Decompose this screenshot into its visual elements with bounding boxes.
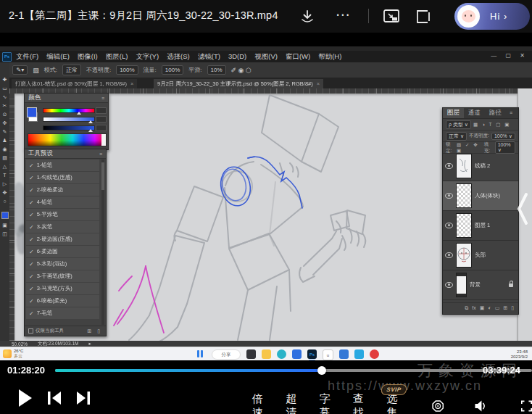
progress-bar[interactable] (55, 369, 532, 372)
tool-preset-item[interactable]: ✓ 6-喷枪(柔光) (26, 295, 99, 307)
color-spectrum-ramp[interactable] (28, 133, 107, 146)
tool-preset-item[interactable]: ✓ 3-炭笔 (26, 221, 99, 233)
ps-menu-item[interactable]: 编辑(E) (46, 52, 70, 62)
panel-menu-icon[interactable]: ≡ (99, 152, 102, 157)
flow-select[interactable]: 100% (162, 65, 183, 75)
play-button[interactable] (17, 389, 33, 407)
taskbar-app-icon[interactable] (339, 349, 349, 359)
tool-icon[interactable]: ∿ (3, 94, 7, 99)
tool-preset-item[interactable]: ✓ 7-毛笔 (26, 307, 99, 319)
ps-menu-item[interactable]: 滤镜(T) (198, 52, 220, 62)
tool-icon[interactable]: ◉ (2, 146, 7, 152)
doc-tab-1[interactable]: 打磨人体01-蜡笔.psd @ 50%(图层 1, RGB/8#) × (12, 79, 137, 88)
layer-thumbnail[interactable] (456, 243, 472, 268)
weather-widget[interactable]: 26°C 多云 (3, 349, 23, 359)
ps-menu-item[interactable]: 选择(S) (167, 52, 190, 62)
tool-icon[interactable]: T (3, 173, 6, 178)
hue-slider[interactable] (43, 108, 95, 113)
panel-toggle-icon[interactable]: ▨ (33, 67, 39, 74)
taskbar-app-icon[interactable]: u (323, 349, 333, 360)
tool-icon[interactable]: △ (3, 164, 7, 169)
blend-mode-select[interactable]: 正常 ∨ (446, 132, 467, 141)
brightness-slider[interactable] (43, 125, 95, 131)
next-episode-button[interactable] (75, 392, 90, 405)
layer-visibility-eye-icon[interactable] (445, 252, 453, 258)
tool-icon[interactable]: ▨ (2, 155, 7, 160)
layers-footer-icon[interactable]: ⧉ (465, 305, 468, 311)
tool-preset-item[interactable]: ✓ 6-柔边圆 (26, 246, 99, 257)
layer-thumbnail[interactable] (456, 213, 472, 238)
status-arrow-icon[interactable]: ▸ (88, 341, 91, 347)
layer-visibility-eye-icon[interactable] (445, 163, 453, 169)
panel-menu-icon[interactable]: ≡ (510, 110, 512, 115)
layers-panel-tab[interactable]: 通道 (464, 108, 485, 118)
subtitle-button[interactable]: 字幕 (320, 392, 336, 414)
layer-row[interactable]: 图层 1 (443, 211, 518, 241)
layers-footer-icon[interactable]: ⊞ (503, 305, 507, 311)
taskbar-app-icon[interactable] (262, 349, 271, 359)
layer-row[interactable]: 人体(体块) (443, 181, 518, 211)
tool-icon[interactable]: ✥ (3, 190, 7, 195)
layer-visibility-eye-icon[interactable] (445, 193, 453, 199)
taskbar-app-icon[interactable] (277, 349, 286, 359)
opacity-select[interactable]: 100% (116, 65, 138, 75)
progress-thumb[interactable] (317, 366, 326, 375)
layer-thumbnail[interactable] (456, 154, 472, 178)
tool-icon[interactable]: ⊙ (3, 112, 7, 117)
tool-icon[interactable]: ✜ (3, 120, 7, 125)
account-button[interactable]: Hi › (454, 3, 530, 30)
tool-preset-item[interactable]: ✓ 5-平涂笔 (26, 209, 99, 220)
foreground-color-swatch[interactable] (27, 107, 37, 117)
tool-preset-item[interactable]: ✓ 2-硬边圆(压感) (26, 233, 99, 245)
tool-icon[interactable]: ▷ (3, 181, 7, 186)
current-tool-only-checkbox[interactable] (28, 328, 33, 334)
episodes-button[interactable]: 选集 (386, 392, 402, 414)
brush-picker[interactable]: ✎▾ (12, 65, 28, 75)
window-buttons[interactable]: — ▢ ✕ (491, 52, 528, 59)
mini-window-icon[interactable] (415, 8, 432, 25)
mode-select[interactable]: 正常 (62, 65, 81, 75)
smooth-select[interactable]: 10% (207, 65, 226, 75)
tool-icon[interactable]: ✂ (3, 103, 7, 108)
layers-footer-icon[interactable]: ▭ (495, 305, 500, 311)
brightness-value-box[interactable] (96, 125, 107, 131)
presets-footer-icons[interactable]: ⊞ ▯ (87, 328, 102, 334)
volume-icon[interactable] (474, 397, 487, 414)
taskbar-app-icon[interactable]: Ps (307, 349, 317, 359)
playlist-collapse-chevron[interactable] (515, 189, 532, 229)
download-icon[interactable] (300, 9, 315, 24)
saturation-value-box[interactable] (96, 116, 107, 123)
tool-preset-item[interactable]: ✓ 4-铅笔 (26, 196, 99, 208)
options-right-icons[interactable]: ✐ ◉ ⬡ (231, 67, 252, 74)
foreground-color-swatch[interactable] (1, 212, 9, 219)
panel-menu-icon[interactable]: ≡ (101, 96, 104, 101)
layers-footer-icon[interactable]: ▯ (511, 305, 514, 311)
close-tab-icon[interactable]: × (130, 80, 133, 87)
tool-icon[interactable]: ✚ (3, 77, 7, 82)
layer-visibility-eye-icon[interactable] (445, 223, 453, 228)
quality-button[interactable]: 超清 (286, 392, 302, 414)
taskbar-app-icon[interactable] (354, 349, 364, 359)
tool-preset-item[interactable]: ✓ 1-勾线笔(压感) (26, 172, 99, 183)
quickmask-icon[interactable]: ▣ (2, 223, 7, 228)
layers-footer-icon[interactable]: ▣ (480, 305, 485, 311)
tool-preset-item[interactable]: ✓ 2-喷枪柔边 (26, 184, 99, 196)
taskbar-app-icon[interactable] (370, 349, 379, 359)
taskbar-pause-icon[interactable] (197, 350, 203, 357)
tool-preset-item[interactable]: ✓ 3-干画笔(纹理) (26, 270, 99, 282)
more-menu-icon[interactable]: ⋯ (336, 6, 352, 23)
layer-row[interactable]: 背景 (443, 270, 518, 300)
layer-filter-select[interactable]: ρ 类型 ∨ (446, 120, 471, 129)
layer-filter-icons[interactable]: ▦ ◑ T ▢ ▣ (473, 122, 510, 128)
share-button[interactable]: 分享 (212, 349, 241, 360)
layers-footer-icon[interactable]: fx (472, 305, 475, 310)
ps-menu-item[interactable]: 图像(I) (78, 52, 98, 62)
record-screencast-icon[interactable] (432, 398, 444, 414)
close-tab-icon[interactable]: × (317, 80, 320, 87)
taskbar-clock[interactable]: 23:48 2023/9/2 (511, 349, 528, 360)
ps-menu-item[interactable]: 帮助(H) (318, 52, 341, 62)
layers-panel-tab[interactable]: 路径 (485, 108, 506, 118)
picture-in-picture-icon[interactable] (383, 8, 402, 25)
tool-icon[interactable]: ♟ (2, 138, 7, 143)
ps-menu-item[interactable]: 文件(F) (16, 52, 38, 62)
